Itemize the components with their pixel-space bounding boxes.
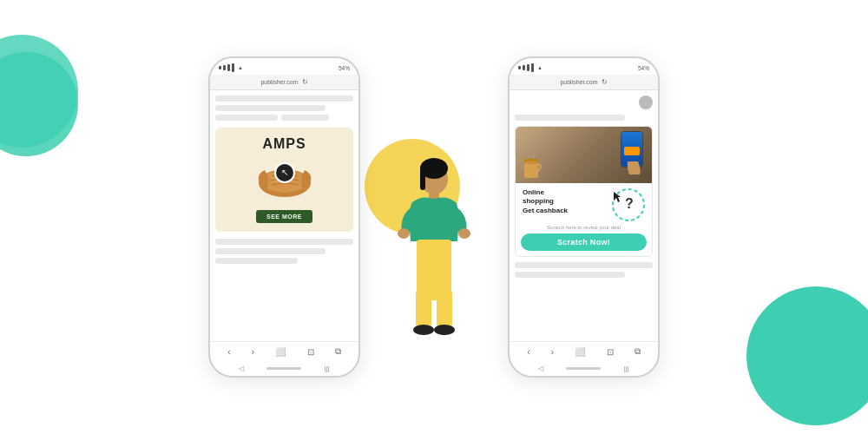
phone1-nav: ‹ › ⬜ ⊡ ⧉ xyxy=(210,341,358,361)
phone1-home-indicator xyxy=(266,367,301,370)
phone2-signal: ▲ xyxy=(518,63,542,72)
phone2: ▲ 54% publisher.com ↻ xyxy=(508,56,660,378)
question-mark-icon: ? xyxy=(625,196,634,212)
person-illustration xyxy=(395,155,473,349)
phone1-browser-bar: publisher.com ↻ xyxy=(210,75,358,90)
scratch-question-mark: ? xyxy=(614,188,645,220)
wifi-icon: ▲ xyxy=(238,65,243,70)
phone2-status-bar: ▲ 54% xyxy=(510,58,658,75)
phone1: ▲ 54% publisher.com ↻ AMPS xyxy=(208,56,360,378)
signal-bar-3 xyxy=(227,64,230,71)
skeleton-5 xyxy=(215,239,353,245)
phone2-circle-dot xyxy=(639,95,653,109)
signal-bar-p2-3 xyxy=(527,64,529,71)
svg-point-7 xyxy=(458,228,470,239)
phone2-back-icon: ‹ xyxy=(527,347,529,357)
phone2-home-lines: ||| xyxy=(624,365,629,372)
skeleton-3 xyxy=(215,115,278,121)
scratch-now-button[interactable]: Scratch Now! xyxy=(521,233,647,251)
phone2-home-indicator xyxy=(566,367,601,370)
skeleton-2 xyxy=(215,105,326,111)
phone1-ad-block: AMPS xyxy=(215,128,353,232)
skeleton-p2-3 xyxy=(515,272,625,278)
phone2-url: publisher.com xyxy=(560,79,597,85)
svg-point-12 xyxy=(434,325,455,335)
phone2-share-icon: ⬜ xyxy=(575,347,585,357)
phone1-home-lines: ||| xyxy=(325,365,330,372)
phone2-home-triangle: ◁ xyxy=(538,365,543,372)
phone1-status-bar: ▲ 54% xyxy=(210,58,358,75)
phone2-home-bar: ◁ ||| xyxy=(510,361,658,376)
skeleton-6 xyxy=(215,248,326,254)
phone2-wrapper: ▲ 54% publisher.com ↻ xyxy=(508,56,660,378)
phone1-content: AMPS xyxy=(210,90,358,341)
phone1-share-icon: ⬜ xyxy=(275,347,286,357)
skeleton-7 xyxy=(215,258,298,264)
phone2-content: Online shopping Get cashback ? xyxy=(510,90,658,341)
cursor-circle: ↖ xyxy=(274,162,295,183)
svg-point-15 xyxy=(524,161,538,164)
skeleton-p2-1 xyxy=(515,115,625,121)
phone2-top-row xyxy=(515,95,653,109)
signal-bar-4 xyxy=(232,63,234,72)
phone1-home-triangle: ◁ xyxy=(239,365,244,372)
phone2-nav: ‹ › ⬜ ⊡ ⧉ xyxy=(510,341,658,361)
phone1-refresh-icon: ↻ xyxy=(302,78,308,86)
svg-point-6 xyxy=(398,228,410,239)
coffee-cup-svg xyxy=(523,155,542,180)
phone2-tabs-icon: ⧉ xyxy=(635,346,641,357)
signal-bar-p2-1 xyxy=(518,66,521,69)
svg-point-11 xyxy=(413,325,434,335)
main-container: ▲ 54% publisher.com ↻ AMPS xyxy=(0,0,868,434)
svg-rect-4 xyxy=(420,168,425,190)
cursor-icon: ↖ xyxy=(281,168,288,177)
croissant-container: ↖ xyxy=(254,157,315,205)
skeleton-4 xyxy=(281,115,330,121)
phone2-wifi-icon: ▲ xyxy=(537,65,542,70)
phone2-browser-bar: publisher.com ↻ xyxy=(510,75,658,90)
scratch-subtext: Scratch here to reveal your deal xyxy=(521,225,647,230)
phone2-battery: 54% xyxy=(638,65,649,71)
svg-rect-13 xyxy=(524,162,538,178)
phone1-see-more-button[interactable]: SEE MORE xyxy=(256,210,312,223)
skeleton-row xyxy=(215,115,353,121)
skeleton-p2-2 xyxy=(515,262,653,268)
svg-rect-10 xyxy=(437,289,452,328)
phone2-ad-headline: Online shopping Get cashback xyxy=(523,188,608,215)
svg-rect-9 xyxy=(416,289,431,328)
phone1-home-bar: ◁ ||| xyxy=(210,361,358,376)
person-svg xyxy=(395,155,473,345)
phone2-refresh-icon: ↻ xyxy=(602,78,608,86)
phone1-wrapper: ▲ 54% publisher.com ↻ AMPS xyxy=(208,56,360,378)
phone2-ad-block: Online shopping Get cashback ? xyxy=(515,126,653,257)
phone2-bookmark-icon: ⊡ xyxy=(607,347,614,357)
phone2-ad-content: Online shopping Get cashback ? xyxy=(516,183,652,225)
phone1-ad-title: AMPS xyxy=(262,136,306,152)
hand-svg xyxy=(614,127,648,174)
phone1-back-icon: ‹ xyxy=(227,347,230,357)
signal-bar-2 xyxy=(223,65,226,70)
phone1-battery: 54% xyxy=(339,65,350,71)
phone1-tabs-icon: ⧉ xyxy=(335,346,341,357)
phone1-bookmark-icon: ⊡ xyxy=(307,347,314,357)
phone2-forward-icon: › xyxy=(551,347,554,357)
phone1-url: publisher.com xyxy=(260,79,298,85)
signal-bar-1 xyxy=(219,66,221,69)
hand-container xyxy=(614,127,648,174)
skeleton-1 xyxy=(215,95,353,102)
phone2-ad-image xyxy=(516,127,652,183)
signal-bar-p2-4 xyxy=(531,63,534,72)
phone1-forward-icon: › xyxy=(252,347,254,357)
signal-bar-p2-2 xyxy=(523,65,525,70)
phone1-signal: ▲ xyxy=(219,63,243,72)
phone2-ad-text: Online shopping Get cashback xyxy=(523,188,608,215)
